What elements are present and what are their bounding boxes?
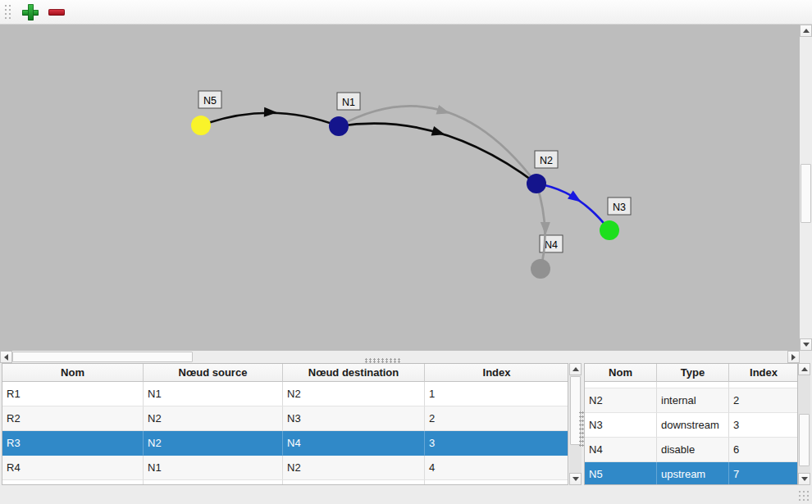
column-header-index[interactable]: Index — [425, 364, 568, 382]
column-header-index[interactable]: Index — [729, 364, 798, 382]
svg-text:N5: N5 — [203, 95, 217, 107]
graph-canvas[interactable]: N1N2N3N4N5 — [0, 25, 800, 351]
edge-N1-N2-b[interactable] — [339, 106, 536, 184]
table-cell[interactable]: N2 — [144, 406, 283, 431]
scrollbar-corner — [800, 351, 812, 363]
triangle-right-icon — [791, 354, 796, 361]
add-button[interactable] — [20, 2, 41, 23]
scroll-up-button[interactable] — [798, 363, 810, 375]
svg-text:N3: N3 — [613, 202, 626, 213]
table-cell[interactable]: N2 — [283, 382, 425, 406]
svg-text:N2: N2 — [540, 155, 553, 166]
table-cell[interactable]: 6 — [729, 438, 798, 462]
nodes-table-header: NomTypeIndex — [585, 364, 797, 382]
table-row[interactable]: N3downstream3 — [585, 413, 797, 438]
table-cell[interactable]: internal — [657, 388, 729, 413]
arrowhead-icon — [264, 107, 277, 118]
table-cell[interactable]: N4 — [283, 431, 425, 456]
table-cell[interactable]: N2 — [283, 456, 425, 480]
table-cell[interactable]: 7 — [729, 462, 798, 485]
arrowhead-icon — [436, 105, 452, 118]
table-cell[interactable]: N3 — [585, 413, 657, 438]
table-cell[interactable]: 3 — [729, 413, 798, 438]
column-header-n-ud-source[interactable]: Nœud source — [144, 364, 283, 382]
column-header-nom[interactable]: Nom — [585, 364, 657, 382]
node-N1[interactable] — [329, 116, 349, 136]
table-cell[interactable]: N5 — [585, 462, 657, 485]
node-N4[interactable] — [531, 259, 550, 279]
routes-table-header: NomNœud sourceNœud destinationIndex — [2, 364, 568, 382]
table-cell[interactable]: R3 — [2, 431, 144, 456]
column-header-nom[interactable]: Nom — [2, 364, 144, 382]
table-cell[interactable]: disable — [657, 438, 729, 462]
table-cell[interactable]: 1 — [425, 382, 568, 406]
table-cell[interactable]: N4 — [585, 438, 657, 462]
table-cell[interactable]: N3 — [283, 406, 425, 431]
table-cell[interactable]: N1 — [144, 382, 283, 406]
minus-icon — [48, 9, 65, 16]
node-N5[interactable] — [191, 116, 211, 135]
scroll-down-button[interactable] — [569, 473, 582, 485]
table-cell[interactable]: downstream — [657, 413, 729, 438]
status-bar — [0, 485, 812, 504]
table-cell[interactable]: 4 — [425, 456, 568, 480]
scroll-right-button[interactable] — [787, 351, 800, 363]
toolbar-drag-handle[interactable] — [3, 3, 13, 21]
scroll-down-button[interactable] — [800, 338, 812, 351]
routes-table-body: R1N1N21R2N2N32R3N2N43R4N1N24 — [2, 382, 568, 485]
table-cell[interactable]: R1 — [2, 382, 144, 406]
scroll-left-button[interactable] — [0, 351, 12, 363]
table-cell[interactable]: N2 — [144, 431, 283, 456]
arrowhead-icon — [568, 191, 584, 207]
nodes-table-body: N2internal2N3downstream3N4disable6N5upst… — [585, 382, 797, 485]
remove-button[interactable] — [46, 2, 67, 23]
partial-row — [585, 382, 797, 388]
vertical-splitter-handle[interactable] — [579, 411, 584, 447]
table-cell[interactable]: 2 — [425, 406, 568, 431]
window-resize-grip[interactable] — [798, 490, 810, 502]
table-cell[interactable]: upstream — [657, 462, 729, 485]
column-header-n-ud-destination[interactable]: Nœud destination — [283, 364, 425, 382]
triangle-up-icon — [573, 367, 579, 371]
table-row[interactable]: R2N2N32 — [2, 406, 568, 431]
scroll-up-button[interactable] — [800, 25, 812, 37]
svg-text:N1: N1 — [342, 97, 355, 108]
node-N3[interactable] — [600, 220, 619, 240]
table-row[interactable]: R3N2N43 — [2, 431, 568, 456]
vscroll-thumb[interactable] — [799, 414, 810, 466]
node-label-N1: N1 — [337, 93, 360, 110]
table-row[interactable]: R4N1N24 — [2, 456, 568, 480]
svg-text:N4: N4 — [545, 239, 558, 251]
node-label-N5: N5 — [198, 91, 221, 108]
hscroll-thumb[interactable] — [12, 352, 193, 362]
scroll-up-button[interactable] — [569, 363, 582, 375]
table-cell[interactable]: R2 — [2, 406, 144, 431]
table-cell[interactable]: N2 — [585, 388, 657, 413]
nodes-table-scrollbar[interactable] — [798, 363, 810, 485]
table-cell[interactable]: N1 — [144, 456, 283, 480]
triangle-up-icon — [803, 29, 810, 33]
triangle-up-icon — [801, 367, 808, 371]
canvas-vscrollbar[interactable] — [800, 25, 812, 351]
triangle-down-icon — [803, 343, 810, 347]
scroll-down-button[interactable] — [798, 473, 810, 485]
node-label-N2: N2 — [535, 151, 558, 168]
routes-table: NomNœud sourceNœud destinationIndex R1N1… — [2, 363, 568, 485]
table-row[interactable]: N4disable6 — [585, 438, 797, 462]
triangle-left-icon — [4, 354, 8, 361]
column-header-type[interactable]: Type — [657, 364, 729, 382]
node-N2[interactable] — [527, 174, 546, 193]
table-row[interactable]: N2internal2 — [585, 388, 797, 413]
table-row[interactable]: R1N1N21 — [2, 382, 568, 406]
toolbar — [0, 0, 812, 25]
table-row[interactable]: N5upstream7 — [585, 462, 797, 485]
node-label-N3: N3 — [608, 198, 631, 215]
horizontal-splitter-handle[interactable] — [365, 358, 401, 363]
table-cell[interactable]: 2 — [729, 388, 798, 413]
triangle-down-icon — [801, 477, 808, 481]
table-cell[interactable]: 3 — [425, 431, 568, 456]
arrowhead-icon — [541, 222, 550, 235]
table-cell[interactable]: R4 — [2, 456, 144, 480]
vscroll-thumb[interactable] — [801, 164, 811, 223]
plus-icon — [21, 3, 39, 21]
